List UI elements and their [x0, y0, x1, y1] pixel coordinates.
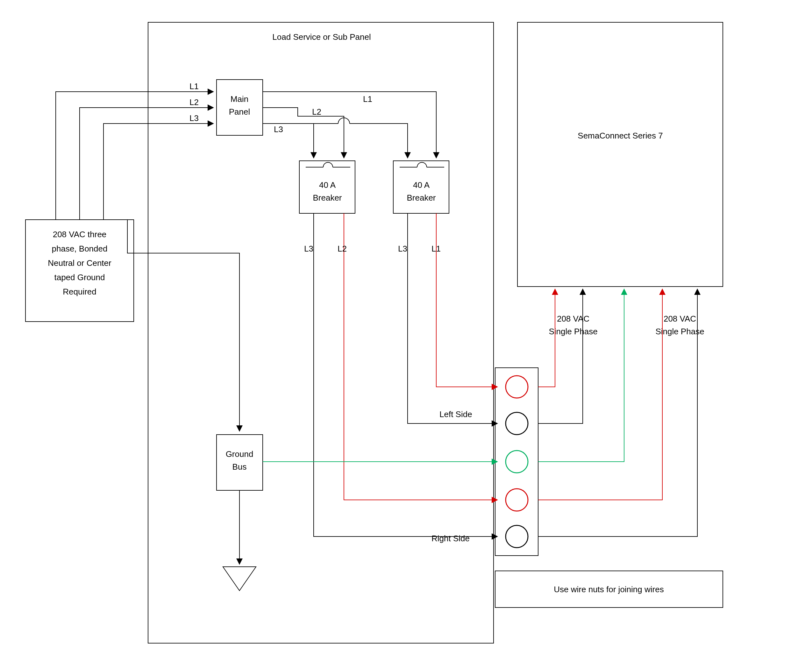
right-side-label: Right Side	[431, 534, 469, 543]
terminal-block	[495, 368, 538, 556]
phase1-l2: Single Phase	[549, 327, 597, 336]
lbl-bB-L3: L3	[398, 244, 407, 254]
source-l5: Required	[63, 287, 97, 296]
main-panel-l2: Panel	[229, 107, 250, 117]
lbl-bA-L2: L2	[337, 244, 347, 254]
lbl-main-L3: L3	[274, 125, 283, 134]
device-box	[518, 22, 723, 287]
source-l3: Neutral or Center	[48, 258, 112, 268]
lbl-L3: L3	[189, 114, 199, 123]
wire-t2-blk	[538, 290, 583, 424]
phase2-l1: 208 VAC	[663, 314, 696, 324]
lbl-L1: L1	[189, 82, 199, 91]
lbl-bA-L3: L3	[304, 244, 313, 254]
wiring-diagram: Load Service or Sub Panel 208 VAC three …	[0, 0, 812, 668]
lbl-main-L1: L1	[363, 94, 372, 104]
source-l1: 208 VAC three	[53, 230, 107, 239]
ground-bus-l2: Bus	[232, 462, 247, 471]
breaker-a-l2: Breaker	[313, 193, 342, 202]
breaker-b-l2: Breaker	[407, 193, 436, 202]
source-l2: phase, Bonded	[52, 244, 108, 254]
ground-bus-l1: Ground	[226, 449, 254, 459]
lbl-main-L2: L2	[312, 107, 321, 117]
wire-t1-red	[538, 290, 555, 387]
note-text: Use wire nuts for joining wires	[554, 584, 663, 594]
phase1-l1: 208 VAC	[557, 314, 590, 324]
phase2-l2: Single Phase	[655, 327, 704, 336]
sub-panel-title: Load Service or Sub Panel	[272, 32, 371, 42]
breaker-a-l1: 40 A	[319, 180, 336, 190]
lbl-bB-L1: L1	[431, 244, 441, 254]
breaker-b-l1: 40 A	[413, 180, 430, 190]
main-panel-l1: Main	[231, 94, 248, 104]
left-side-label: Left Side	[439, 409, 472, 419]
device-title: SemaConnect Series 7	[578, 131, 663, 140]
source-l4: taped Ground	[54, 272, 105, 282]
lbl-L2: L2	[189, 97, 199, 107]
